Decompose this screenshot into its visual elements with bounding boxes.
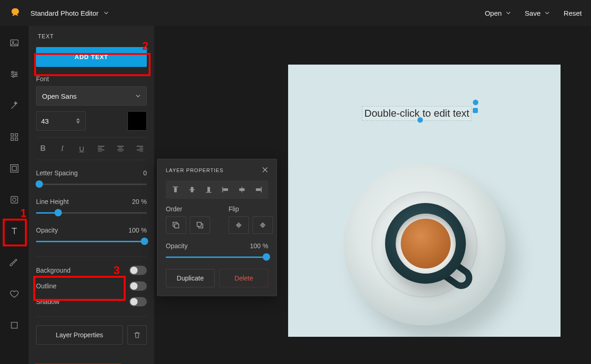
tool-draw[interactable] [6,254,23,271]
svg-rect-23 [197,222,201,227]
shadow-label: Shadow [36,298,60,305]
send-back-icon [172,221,180,229]
align-left-layer-button[interactable] [220,185,230,194]
text-panel: TEXT ADD TEXT Font Open Sans 43 B I U [29,26,154,364]
svg-rect-15 [191,187,193,192]
layer-properties-button[interactable]: Layer Properties [36,325,123,345]
tool-effects[interactable] [6,97,23,114]
svg-point-12 [12,198,16,201]
brush-icon [9,257,19,268]
bold-button[interactable]: B [36,143,50,154]
align-center-icon [117,145,124,152]
svg-rect-7 [11,138,14,141]
rotate-handle-icon[interactable] [473,100,478,105]
svg-rect-6 [15,134,18,137]
color-swatch[interactable] [127,111,147,131]
grid-icon [9,132,19,142]
reset-button[interactable]: Reset [564,9,582,17]
italic-button[interactable]: I [55,143,69,154]
letter-spacing-slider[interactable] [36,179,147,189]
align-vcenter-button[interactable] [187,185,197,194]
delete-button[interactable]: Delete [219,269,268,287]
chevron-down-icon [103,10,109,16]
outline-toggle[interactable] [129,281,147,291]
wand-icon [9,101,19,111]
tool-elements[interactable] [6,128,23,146]
sliders-icon [9,69,19,79]
order-label: Order [166,205,210,213]
heart-icon [9,289,19,299]
tool-favorites[interactable] [6,285,23,303]
svg-rect-17 [223,189,228,191]
image-icon [9,38,19,48]
tool-frame[interactable] [6,160,23,177]
duplicate-button[interactable]: Duplicate [166,269,215,287]
close-icon [262,167,268,173]
svg-rect-19 [256,189,260,191]
text-layer-content: Double-click to edit text [364,107,469,119]
svg-rect-14 [175,188,176,192]
flip-horizontal-button[interactable] [229,216,249,234]
font-select[interactable]: Open Sans [36,86,147,106]
tool-layers[interactable] [6,316,23,334]
open-label: Open [485,9,502,17]
save-label: Save [525,9,541,17]
flip-vertical-button[interactable] [253,216,273,234]
svg-point-1 [12,42,14,43]
font-label: Font [36,75,147,83]
order-front-button[interactable] [190,216,210,234]
tool-adjust[interactable] [6,66,23,83]
stepper-icon [76,114,83,127]
align-right-icon [136,145,144,152]
opacity-slider[interactable] [36,237,147,246]
background-toggle[interactable] [129,266,147,275]
close-button[interactable] [262,167,268,174]
anchor-handle-icon[interactable] [417,117,423,123]
frame-icon [9,163,19,173]
square-icon [9,320,19,330]
font-size-value: 43 [41,117,49,125]
app-title-dropdown[interactable]: Standard Photo Editor [30,9,109,17]
line-height-label: Line Height [36,198,69,205]
delete-layer-button[interactable] [127,325,147,345]
align-right-button[interactable] [133,143,147,154]
line-height-slider[interactable] [36,208,147,217]
letter-spacing-label: Letter Spacing [36,169,78,177]
align-hcenter-button[interactable] [237,185,247,194]
letter-spacing-value: 0 [143,169,147,177]
app-logo-icon [9,7,20,18]
order-back-button[interactable] [166,216,186,234]
opacity-value: 100 % [128,227,147,234]
tool-text[interactable] [6,222,23,240]
format-bar: B I U [36,137,147,160]
image-cup [385,203,466,284]
text-layer[interactable]: Double-click to edit text [362,106,471,121]
shadow-toggle[interactable] [129,297,147,306]
layer-opacity-slider[interactable] [166,252,268,262]
align-bottom-button[interactable] [204,185,214,194]
tool-image[interactable] [6,34,23,52]
align-center-button[interactable] [114,143,127,154]
flip-label: Flip [229,205,273,213]
panel-heading: TEXT [29,26,154,44]
canvas[interactable]: Double-click to edit text [288,65,561,337]
svg-point-2 [12,72,14,73]
align-left-button[interactable] [94,143,108,154]
resize-handle-icon[interactable] [473,108,478,113]
align-right-layer-button[interactable] [253,185,264,194]
font-size-input[interactable]: 43 [36,111,86,131]
left-tool-rail [0,26,29,364]
svg-rect-13 [12,322,18,328]
svg-rect-8 [15,138,18,141]
save-menu[interactable]: Save [525,9,550,17]
svg-rect-9 [11,165,18,173]
open-menu[interactable]: Open [485,9,511,17]
chevron-down-icon [135,93,141,99]
align-top-button[interactable] [170,185,181,194]
chevron-down-icon [506,10,511,16]
svg-rect-21 [175,224,179,228]
align-row [166,180,268,199]
add-text-button[interactable]: ADD TEXT [36,47,147,67]
tool-overlay[interactable] [6,191,23,209]
underline-button[interactable]: U [75,143,89,154]
